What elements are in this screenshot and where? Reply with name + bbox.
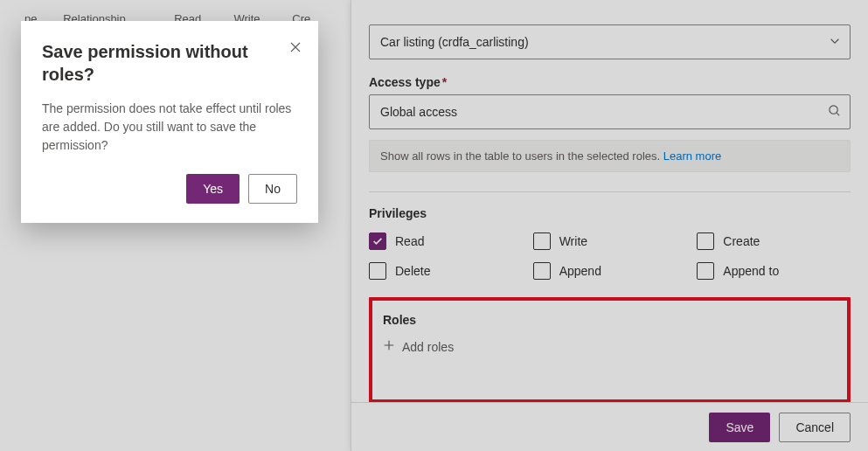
dialog-title: Save permission without roles? [42,40,297,86]
dialog-body: The permission does not take effect unti… [42,100,297,155]
yes-button[interactable]: Yes [186,174,240,204]
close-icon[interactable] [288,40,302,57]
no-button[interactable]: No [248,174,297,204]
confirm-save-dialog: Save permission without roles? The permi… [21,21,318,223]
